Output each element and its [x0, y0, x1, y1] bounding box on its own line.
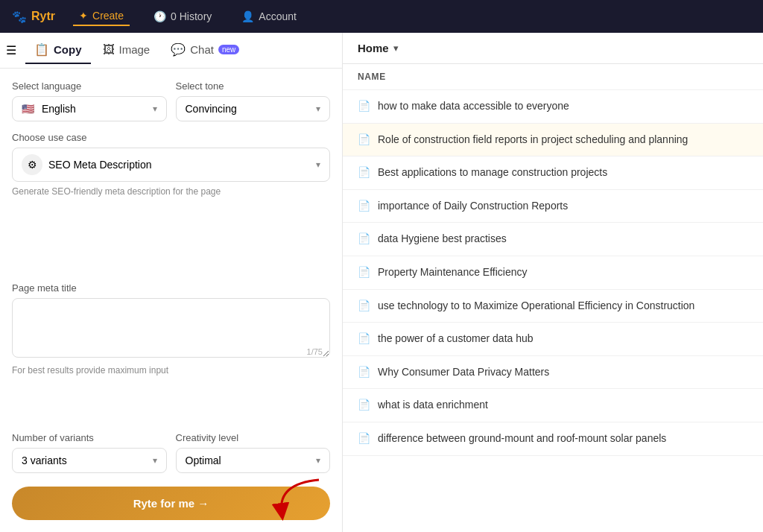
home-label: Home [358, 42, 389, 54]
page-title-label: Page meta title [12, 282, 330, 294]
use-case-chevron-icon: ▾ [316, 159, 320, 170]
account-icon: 👤 [241, 10, 254, 22]
doc-icon: 📄 [358, 432, 370, 444]
history-icon: 🕐 [153, 10, 166, 22]
copy-tab-icon: 📋 [34, 42, 49, 57]
list-item[interactable]: 📄 data Hygiene best practises [343, 223, 763, 256]
list-item[interactable]: 📄 the power of a customer data hub [343, 323, 763, 356]
doc-icon: 📄 [358, 133, 370, 145]
use-case-hint: Generate SEO-friendly meta description f… [12, 186, 330, 197]
use-case-label: Choose use case [12, 132, 330, 143]
variants-creativity-row: Number of variants 3 variants ▾ Creativi… [12, 432, 330, 473]
list-item[interactable]: 📄 difference between ground-mount and ro… [343, 422, 763, 456]
hamburger-icon[interactable]: ☰ [6, 43, 16, 57]
chat-badge: new [218, 45, 239, 54]
tone-value: Convincing [186, 103, 237, 115]
list-item[interactable]: 📄 importance of Daily Construction Repor… [343, 190, 763, 224]
creativity-select[interactable]: Optimal ▾ [176, 448, 331, 473]
list-item[interactable]: 📄 how to make data accessible to everyon… [343, 90, 763, 124]
language-value: English [42, 103, 76, 115]
list-item[interactable]: 📄 Role of construction field reports in … [343, 124, 763, 157]
language-chevron-icon: ▾ [153, 104, 157, 114]
right-panel: Home ▾ NAME 📄 how to make data accessibl… [343, 33, 763, 532]
page-title-wrapper: 1/75 [12, 298, 330, 361]
tone-chevron-icon: ▾ [316, 104, 320, 114]
list-header: NAME [343, 64, 763, 90]
list-item[interactable]: 📄 Why Consumer Data Privacy Matters [343, 356, 763, 390]
creativity-group: Creativity level Optimal ▾ [176, 432, 331, 473]
doc-icon: 📄 [358, 266, 370, 278]
use-case-group: Choose use case ⚙ SEO Meta Description ▾… [12, 132, 330, 272]
doc-icon: 📄 [358, 332, 370, 344]
red-arrow-indicator [270, 476, 323, 521]
language-tone-row: Select language 🇺🇸 English ▾ Select tone… [12, 80, 330, 121]
left-panel: ☰ 📋 Copy 🖼 Image 💬 Chat new Select langu… [0, 33, 343, 532]
doc-icon: 📄 [358, 100, 370, 112]
logo[interactable]: 🐾 Rytr [12, 10, 55, 24]
language-select[interactable]: 🇺🇸 English ▾ [12, 96, 167, 121]
doc-icon: 📄 [358, 232, 370, 244]
variants-chevron-icon: ▾ [153, 455, 157, 466]
tab-bar: ☰ 📋 Copy 🖼 Image 💬 Chat new [0, 33, 342, 69]
doc-icon: 📄 [358, 200, 370, 212]
variants-label: Number of variants [12, 432, 167, 443]
doc-icon: 📄 [358, 300, 370, 311]
tone-label: Select tone [176, 80, 331, 92]
variants-value: 3 variants [22, 455, 67, 466]
list-item[interactable]: 📄 Property Maintenance Efficiency [343, 256, 763, 290]
char-hint: For best results provide maximum input [12, 365, 330, 376]
chat-tab-icon: 💬 [171, 42, 186, 57]
language-flag: 🇺🇸 [22, 103, 34, 115]
home-chevron-icon: ▾ [393, 42, 399, 54]
image-tab-icon: 🖼 [103, 43, 115, 57]
main-layout: ☰ 📋 Copy 🖼 Image 💬 Chat new Select langu… [0, 33, 763, 532]
use-case-select[interactable]: ⚙ SEO Meta Description ▾ [12, 148, 330, 182]
char-count: 1/75 [307, 347, 323, 356]
nav-create[interactable]: ✦ Create [73, 7, 130, 26]
page-title-input[interactable] [12, 298, 330, 358]
list-item[interactable]: 📄 use technology to to Maximize Operatio… [343, 290, 763, 323]
doc-icon: 📄 [358, 399, 370, 411]
variants-group: Number of variants 3 variants ▾ [12, 432, 167, 473]
variants-select[interactable]: 3 variants ▾ [12, 448, 167, 473]
nav-account[interactable]: 👤 Account [235, 7, 303, 25]
page-title-group: Page meta title 1/75 For best results pr… [12, 282, 330, 422]
tone-group: Select tone Convincing ▾ [176, 80, 331, 121]
creativity-label: Creativity level [176, 432, 331, 443]
creativity-chevron-icon: ▾ [316, 455, 320, 466]
use-case-icon: ⚙ [22, 154, 42, 175]
create-icon: ✦ [79, 10, 88, 22]
list-item[interactable]: 📄 what is data enrichment [343, 389, 763, 422]
form-area: Select language 🇺🇸 English ▾ Select tone… [0, 69, 342, 532]
language-group: Select language 🇺🇸 English ▾ [12, 80, 167, 121]
doc-icon: 📄 [358, 166, 370, 178]
list-item[interactable]: 📄 Best applications to manage constructi… [343, 156, 763, 190]
logo-icon: 🐾 [12, 10, 27, 24]
logo-text: Rytr [31, 10, 55, 23]
tab-image[interactable]: 🖼 Image [94, 37, 159, 64]
language-label: Select language [12, 80, 167, 92]
tab-copy[interactable]: 📋 Copy [25, 37, 91, 64]
ryte-button-wrapper: Ryte for me → [12, 484, 330, 520]
doc-icon: 📄 [358, 366, 370, 378]
tab-chat[interactable]: 💬 Chat new [162, 37, 248, 64]
top-navigation: 🐾 Rytr ✦ Create 🕐 0 History 👤 Account [0, 0, 763, 33]
history-list: NAME 📄 how to make data accessible to ev… [343, 64, 763, 532]
use-case-value: SEO Meta Description [48, 159, 152, 171]
nav-history[interactable]: 🕐 0 History [148, 7, 218, 25]
tone-select[interactable]: Convincing ▾ [176, 96, 331, 121]
right-header: Home ▾ [343, 33, 763, 64]
creativity-value: Optimal [186, 455, 221, 466]
